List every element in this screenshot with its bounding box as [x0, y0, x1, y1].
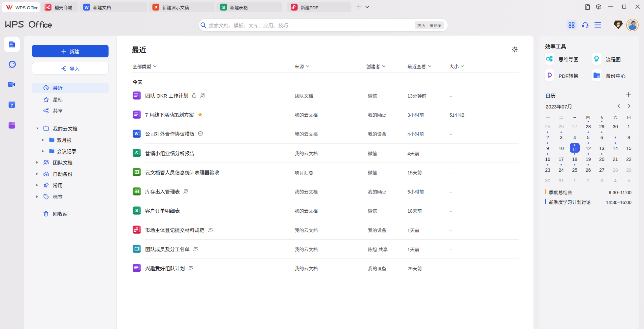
svg-text:7: 7: [11, 104, 13, 107]
svg-text:W: W: [135, 132, 139, 136]
svg-text:S: S: [135, 150, 138, 155]
svg-text:S: S: [135, 208, 138, 213]
